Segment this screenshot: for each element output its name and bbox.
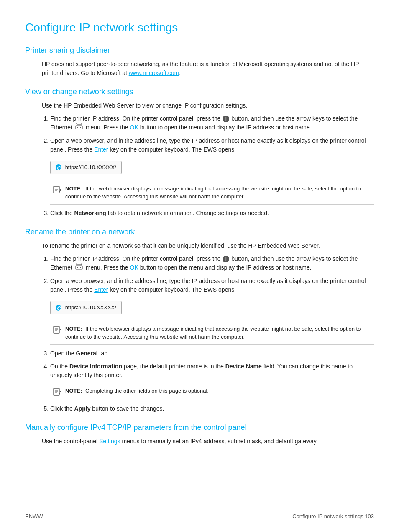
device-name-bold: Device Name	[225, 363, 262, 370]
apply-bold: Apply	[74, 405, 91, 412]
note-icon-r4	[53, 387, 62, 396]
step-r-5: Click the Apply button to save the chang…	[50, 404, 374, 413]
svg-rect-15	[79, 267, 79, 268]
note-box-vc2: NOTE: If the web browser displays a mess…	[50, 181, 374, 205]
step-vc-3: Click the Networking tab to obtain netwo…	[50, 209, 374, 218]
note-box-r2: NOTE: If the web browser displays a mess…	[50, 321, 374, 345]
svg-rect-9	[54, 186, 59, 193]
browser-icon-vc2	[56, 164, 61, 170]
footer: ENWW Configure IP network settings 103	[25, 513, 374, 519]
step-vc-2: Open a web browser, and in the address l…	[50, 136, 374, 205]
page-title: Configure IP network settings	[25, 21, 374, 34]
footer-left: ENWW	[25, 513, 43, 519]
settings-link[interactable]: Settings	[99, 438, 120, 445]
rename-intro: To rename the printer on a network so th…	[42, 242, 374, 250]
svg-rect-1	[77, 127, 78, 128]
general-bold: General	[76, 350, 98, 357]
section-body-rename: To rename the printer on a network so th…	[42, 242, 374, 413]
ok-link-vc1[interactable]: OK	[130, 124, 138, 131]
note-text-r4: NOTE: Completing the other fields on thi…	[65, 387, 209, 395]
url-box-vc2: https://10.10.XXXXX/	[50, 161, 122, 174]
view-change-steps: Find the printer IP address. On the prin…	[50, 114, 374, 218]
step-r-3: Open the General tab.	[50, 349, 374, 358]
svg-rect-2	[79, 127, 79, 128]
note-box-r4: NOTE: Completing the other fields on thi…	[50, 383, 374, 400]
ethernet-icon-r1	[75, 263, 83, 272]
section-heading-view-change: View or change network settings	[25, 87, 374, 96]
section-body-printer-sharing: HP does not support peer-to-peer network…	[42, 60, 374, 77]
note-icon-vc2	[53, 185, 62, 194]
ethernet-icon-vc1	[75, 123, 83, 132]
note-text-vc2: NOTE: If the web browser displays a mess…	[65, 185, 371, 201]
info-icon-r1: i	[223, 256, 229, 262]
svg-rect-26	[54, 388, 59, 395]
note-label-r2: NOTE:	[65, 326, 82, 332]
svg-rect-16	[80, 267, 81, 268]
note-label-vc2: NOTE:	[65, 185, 82, 192]
enter-link-vc2[interactable]: Enter	[94, 146, 108, 153]
note-icon-r2	[53, 325, 62, 334]
svg-rect-3	[80, 127, 81, 128]
step-r-2: Open a web browser, and in the address l…	[50, 277, 374, 345]
section-heading-manually-configure: Manually configure IPv4 TCP/IP parameter…	[25, 423, 374, 432]
step-r-1: Find the printer IP address. On the prin…	[50, 254, 374, 272]
networking-bold: Networking	[74, 210, 106, 216]
browser-icon-r2	[56, 305, 61, 311]
footer-right: Configure IP network settings 103	[292, 513, 374, 519]
manually-configure-intro: Use the control-panel Settings menus to …	[42, 437, 374, 446]
url-text-r2: https://10.10.XXXXX/	[65, 304, 116, 311]
url-box-r2: https://10.10.XXXXX/	[50, 301, 122, 314]
step-r-4: On the Device Information page, the defa…	[50, 362, 374, 400]
step-vc-1: Find the printer IP address. On the prin…	[50, 114, 374, 132]
note-text-r2: NOTE: If the web browser displays a mess…	[65, 325, 371, 341]
section-heading-rename: Rename the printer on a network	[25, 228, 374, 236]
svg-rect-22	[54, 326, 59, 333]
microsoft-link[interactable]: www.microsoft.com	[129, 69, 179, 76]
note-label-r4: NOTE:	[65, 388, 82, 394]
section-body-view-change: Use the HP Embedded Web Server to view o…	[42, 101, 374, 218]
printer-sharing-text: HP does not support peer-to-peer network…	[42, 60, 374, 77]
info-icon-vc1: i	[223, 116, 229, 122]
section-body-manually-configure: Use the control-panel Settings menus to …	[42, 437, 374, 446]
section-heading-printer-sharing: Printer sharing disclaimer	[25, 46, 374, 55]
view-change-intro: Use the HP Embedded Web Server to view o…	[42, 101, 374, 110]
rename-steps: Find the printer IP address. On the prin…	[50, 254, 374, 413]
device-information-bold: Device Information	[69, 363, 122, 370]
ok-link-r1[interactable]: OK	[130, 264, 138, 271]
url-text-vc2: https://10.10.XXXXX/	[65, 164, 116, 170]
enter-link-r2[interactable]: Enter	[94, 286, 108, 293]
svg-rect-14	[77, 267, 78, 268]
